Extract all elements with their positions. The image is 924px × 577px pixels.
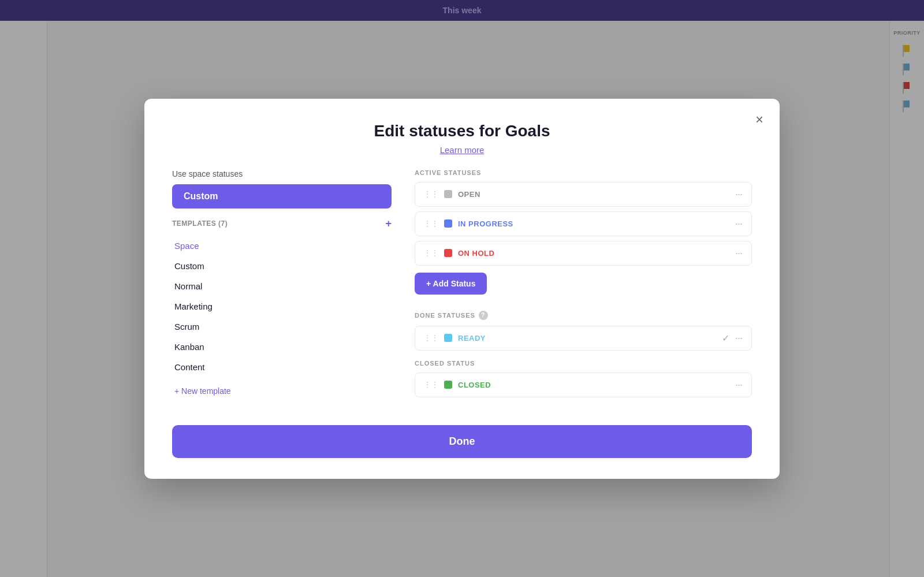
template-item-content[interactable]: Content [172, 357, 392, 377]
template-list: Space Custom Normal Marketing Scrum Kanb… [172, 236, 392, 377]
template-item-custom[interactable]: Custom [172, 256, 392, 276]
drag-handle-inprogress[interactable]: ⋮⋮ [423, 219, 438, 228]
left-panel: Use space statuses Custom TEMPLATES (7) … [172, 169, 392, 407]
status-item-onhold: ⋮⋮ ON HOLD ··· [415, 241, 752, 266]
done-statuses-label: DONE STATUSES ? [415, 311, 752, 320]
templates-row: TEMPLATES (7) + [172, 218, 392, 230]
status-name-ready: READY [458, 334, 722, 343]
status-item-inprogress: ⋮⋮ IN PROGRESS ··· [415, 211, 752, 236]
modal-title: Edit statuses for Goals [172, 122, 752, 140]
status-item-closed: ⋮⋮ CLOSED ··· [415, 373, 752, 397]
modal-header: Edit statuses for Goals Learn more [172, 122, 752, 155]
close-button[interactable]: × [755, 113, 763, 126]
status-dot-open [444, 190, 452, 198]
modal-overlay: × Edit statuses for Goals Learn more Use… [0, 0, 924, 577]
closed-status-label: CLOSED STATUS [415, 360, 752, 367]
right-panel: ACTIVE STATUSES ⋮⋮ OPEN ··· ⋮⋮ IN PROGRE… [415, 169, 752, 407]
new-template-button[interactable]: + New template [172, 382, 233, 400]
status-name-onhold: ON HOLD [458, 249, 734, 258]
use-space-label: Use space statuses [172, 169, 392, 178]
more-button-open[interactable]: ··· [734, 188, 743, 200]
status-actions-open: ··· [734, 188, 743, 200]
status-actions-onhold: ··· [734, 247, 743, 259]
add-status-button[interactable]: + Add Status [415, 273, 487, 295]
custom-selected-button[interactable]: Custom [172, 184, 392, 209]
drag-handle-onhold[interactable]: ⋮⋮ [423, 248, 438, 258]
template-item-marketing[interactable]: Marketing [172, 296, 392, 317]
status-name-open: OPEN [458, 190, 734, 199]
status-dot-ready [444, 334, 452, 342]
active-statuses-label: ACTIVE STATUSES [415, 169, 752, 176]
learn-more-link[interactable]: Learn more [440, 145, 485, 155]
more-button-closed[interactable]: ··· [734, 379, 743, 391]
status-dot-closed [444, 381, 452, 389]
drag-handle-closed[interactable]: ⋮⋮ [423, 380, 438, 389]
check-icon-ready: ✓ [722, 333, 729, 344]
status-name-inprogress: IN PROGRESS [458, 219, 734, 228]
template-item-kanban[interactable]: Kanban [172, 337, 392, 357]
status-actions-inprogress: ··· [734, 218, 743, 230]
template-item-space[interactable]: Space [172, 236, 392, 256]
closed-status-section: CLOSED STATUS ⋮⋮ CLOSED ··· [415, 360, 752, 397]
templates-label: TEMPLATES (7) [172, 219, 228, 228]
more-button-onhold[interactable]: ··· [734, 247, 743, 259]
template-item-normal[interactable]: Normal [172, 276, 392, 296]
drag-handle-open[interactable]: ⋮⋮ [423, 189, 438, 199]
edit-statuses-modal: × Edit statuses for Goals Learn more Use… [144, 99, 780, 479]
drag-handle-ready[interactable]: ⋮⋮ [423, 333, 438, 343]
more-button-ready[interactable]: ··· [734, 332, 743, 344]
done-statuses-section: DONE STATUSES ? ⋮⋮ READY ✓ ··· [415, 311, 752, 351]
done-button[interactable]: Done [172, 425, 752, 458]
template-item-scrum[interactable]: Scrum [172, 317, 392, 337]
more-button-inprogress[interactable]: ··· [734, 218, 743, 230]
status-dot-onhold [444, 249, 452, 257]
modal-body: Use space statuses Custom TEMPLATES (7) … [172, 169, 752, 407]
status-item-open: ⋮⋮ OPEN ··· [415, 182, 752, 207]
status-name-closed: CLOSED [458, 381, 734, 389]
templates-plus-icon[interactable]: + [385, 218, 392, 230]
status-dot-inprogress [444, 219, 452, 228]
status-item-ready: ⋮⋮ READY ✓ ··· [415, 326, 752, 351]
status-actions-closed: ··· [734, 379, 743, 391]
done-statuses-help-icon[interactable]: ? [479, 311, 488, 320]
status-actions-ready: ✓ ··· [722, 332, 743, 344]
